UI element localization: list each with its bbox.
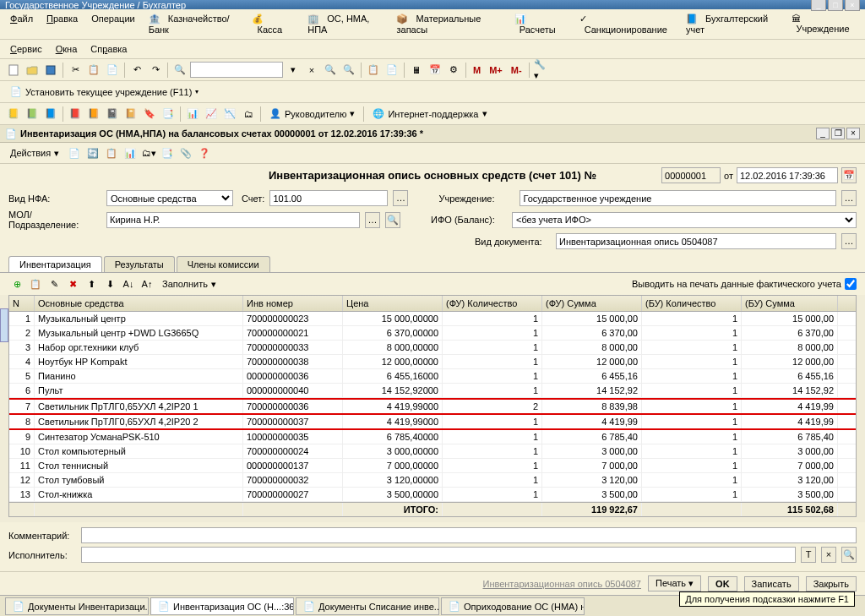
mol-search[interactable]: 🔍 (385, 212, 400, 228)
tool-icon-2[interactable]: 📄 (384, 62, 400, 79)
search-dropdown[interactable]: ▾ (285, 62, 302, 79)
sort-desc-icon[interactable]: A↑ (139, 275, 155, 292)
m-button[interactable]: M (470, 65, 484, 75)
col-busum[interactable]: (БУ) Сумма (742, 296, 838, 311)
tb-icon-9[interactable]: 📑 (160, 106, 177, 123)
tb-icon-7[interactable]: 📔 (122, 106, 139, 123)
col-price[interactable]: Цена (343, 296, 443, 311)
tool-icon-3[interactable]: ⚙ (445, 62, 462, 79)
tb-icon-13[interactable]: 🗂 (240, 106, 257, 123)
calc-icon[interactable]: 🖩 (408, 62, 425, 79)
tb-icon-12[interactable]: 📉 (221, 106, 238, 123)
dt-icon-2[interactable]: 🔄 (84, 144, 101, 161)
save-icon[interactable] (42, 62, 59, 79)
tb-icon-4[interactable]: 📕 (67, 106, 84, 123)
table-row[interactable]: 12Стол тумбовый7000000000323 120,0000013… (9, 473, 856, 488)
table-row[interactable]: 11Стол теннисный0000000001377 000,000001… (9, 459, 856, 473)
menu-cash[interactable]: 💰 Касса (247, 12, 299, 36)
calendar-icon[interactable]: 📅 (427, 62, 443, 79)
grid-body[interactable]: 1Музыкальный центр70000000002315 000,000… (9, 312, 856, 502)
delete-icon[interactable]: ✖ (64, 275, 81, 292)
executor-t[interactable]: T (801, 547, 816, 563)
ok-button[interactable]: OK (708, 576, 737, 591)
paste-icon[interactable]: 📄 (104, 62, 121, 79)
menu-inst[interactable]: 🏛 Учреждение (786, 12, 860, 36)
tab-results[interactable]: Результаты (104, 256, 175, 272)
copy-row-icon[interactable]: 📋 (27, 275, 44, 292)
down-icon[interactable]: ⬇ (101, 275, 118, 292)
close-button[interactable]: Закрыть (806, 576, 857, 591)
dt-icon-1[interactable]: 📄 (66, 144, 83, 161)
comment-input[interactable] (81, 527, 857, 543)
table-row[interactable]: 1Музыкальный центр70000000002315 000,000… (9, 312, 856, 326)
table-row[interactable]: 4Ноутбук HP Kompakt70000000003812 000,00… (9, 355, 856, 369)
table-row[interactable]: 10Стол компьютерный7000000000243 000,000… (9, 444, 856, 459)
menu-sanction[interactable]: ✓ Санкционирование (574, 12, 677, 36)
dt-icon-3[interactable]: 📋 (103, 144, 120, 161)
account-lookup[interactable]: … (393, 190, 408, 206)
menu-edit[interactable]: Правка (41, 12, 83, 36)
dt-help-icon[interactable]: ❓ (196, 144, 213, 161)
table-row[interactable]: 2Музыкальный центр +DWD LG3665Q700000000… (9, 326, 856, 341)
dt-icon-7[interactable]: 📎 (177, 144, 194, 161)
dt-icon-6[interactable]: 📑 (159, 144, 176, 161)
wrench-icon[interactable]: 🔧▾ (533, 62, 550, 79)
menu-os[interactable]: 🏢 ОС, НМА, НПА (302, 12, 388, 36)
executor-search[interactable]: 🔍 (841, 547, 857, 563)
col-n[interactable]: N (9, 296, 35, 311)
menu-ops[interactable]: Операции (86, 12, 139, 36)
doc-maximize[interactable]: ❐ (831, 128, 845, 139)
nfa-select[interactable]: Основные средства (106, 190, 233, 206)
col-buqty[interactable]: (БУ) Количество (642, 296, 742, 311)
task-tab-3[interactable]: 📄 Документы Списание инве... (296, 597, 439, 615)
inst-input[interactable] (520, 190, 836, 206)
table-row[interactable]: 13Стол-книжка7000000000273 500,0000013 5… (9, 488, 856, 502)
col-fuqty[interactable]: (ФУ) Количество (443, 296, 542, 311)
dt-icon-5[interactable]: 🗂▾ (140, 144, 157, 161)
copy-icon[interactable]: 📋 (85, 62, 102, 79)
menu-materials[interactable]: 📦 Материальные запасы (391, 12, 505, 36)
table-row[interactable]: 5Пианино0000000000366 455,1600016 455,16… (9, 369, 856, 384)
doc-number-input[interactable] (661, 167, 721, 183)
menu-windows[interactable]: Окна (51, 42, 83, 56)
clear-icon[interactable]: × (303, 62, 320, 79)
col-fusum[interactable]: (ФУ) Сумма (542, 296, 642, 311)
col-name[interactable]: Основные средства (35, 296, 243, 311)
calendar-button[interactable]: 📅 (841, 167, 857, 183)
tb-icon-6[interactable]: 📓 (104, 106, 121, 123)
new-icon[interactable] (5, 62, 22, 79)
add-icon[interactable]: ⊕ (8, 275, 25, 292)
menu-accounting[interactable]: 📘 Бухгалтерский учет (681, 12, 783, 36)
fill-button[interactable]: Заполнить ▾ (157, 277, 221, 292)
close-button[interactable]: × (845, 0, 860, 11)
find-prev-icon[interactable]: 🔍 (340, 62, 357, 79)
menu-calc[interactable]: 📊 Расчеты (509, 12, 571, 36)
sort-asc-icon[interactable]: A↓ (120, 275, 137, 292)
col-inv[interactable]: Инв номер (243, 296, 343, 311)
set-institution-button[interactable]: 📄 Установить текущее учреждение (F11) ▾ (5, 84, 204, 99)
print-button[interactable]: Печать ▾ (648, 575, 701, 591)
tb-icon-5[interactable]: 📙 (85, 106, 102, 123)
executor-clear[interactable]: × (821, 547, 836, 563)
task-tab-1[interactable]: 📄 Документы Инвентаризаци... (5, 597, 149, 615)
table-row[interactable]: 9Синтезатор УсманаPSK-5101000000000356 7… (9, 430, 856, 444)
tab-inventory[interactable]: Инвентаризация (8, 256, 102, 272)
print-actual-checkbox[interactable] (845, 278, 857, 290)
tb-icon-11[interactable]: 📈 (203, 106, 220, 123)
tb-icon-1[interactable]: 📒 (5, 106, 22, 123)
maximize-button[interactable]: □ (828, 0, 843, 11)
menu-bank[interactable]: 🏦 Казначейство/Банк (144, 12, 244, 36)
task-tab-2[interactable]: 📄 Инвентаризация ОС (Н...:36 * (150, 597, 294, 615)
doctype-input[interactable] (556, 233, 836, 249)
left-panel-handle[interactable] (0, 308, 8, 342)
dt-icon-4[interactable]: 📊 (122, 144, 139, 161)
tab-commission[interactable]: Члены комиссии (177, 256, 270, 272)
inst-lookup[interactable]: … (841, 190, 857, 206)
footer-link[interactable]: Инвентаризационная опись 0504087 (482, 579, 641, 589)
tb-icon-10[interactable]: 📊 (184, 106, 201, 123)
support-button[interactable]: 🌐 Интернет-поддержка ▾ (367, 106, 492, 121)
undo-icon[interactable]: ↶ (128, 62, 145, 79)
tb-icon-3[interactable]: 📘 (42, 106, 59, 123)
table-row[interactable]: 7Светильник ПрТЛГ0,65УХЛ 4,2IP20 1700000… (9, 398, 856, 415)
doc-date-input[interactable] (737, 167, 838, 183)
